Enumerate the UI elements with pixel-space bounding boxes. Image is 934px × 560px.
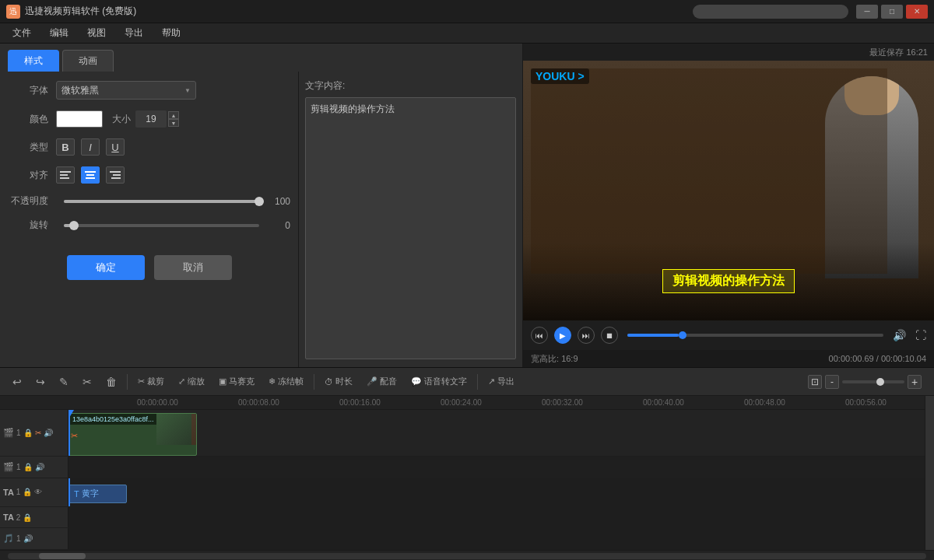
ruler-mark-3: 00:00:24.00 xyxy=(441,398,482,407)
play-button[interactable]: ▶ xyxy=(554,327,571,344)
size-up-arrow[interactable]: ▲ xyxy=(168,111,179,119)
freeze-icon: ❄ xyxy=(269,376,276,387)
tab-style[interactable]: 样式 xyxy=(8,50,59,72)
lock-icon-v1[interactable]: 🔒 xyxy=(23,429,33,437)
separator-2 xyxy=(314,374,314,390)
volume-icon[interactable]: 🔊 xyxy=(893,329,906,341)
track-content-text1[interactable]: T 黄字 xyxy=(68,478,925,506)
tab-animation[interactable]: 动画 xyxy=(62,50,114,72)
volume-icon-a1[interactable]: 🔊 xyxy=(23,534,33,543)
progress-bar[interactable] xyxy=(627,334,883,337)
color-picker[interactable] xyxy=(56,110,103,128)
menu-edit[interactable]: 编辑 xyxy=(40,23,78,43)
size-arrows: ▲ ▼ xyxy=(168,111,179,127)
rotate-slider[interactable] xyxy=(64,224,259,227)
delete-button[interactable]: 🗑 xyxy=(100,373,123,390)
opacity-row: 不透明度 100 xyxy=(8,194,290,208)
menu-file[interactable]: 文件 xyxy=(3,23,40,43)
vertical-scrollbar[interactable] xyxy=(925,396,934,550)
timeline-scrollbar[interactable] xyxy=(0,550,934,560)
search-bar[interactable] xyxy=(693,5,848,19)
progress-thumb[interactable] xyxy=(679,331,686,339)
rotate-thumb[interactable] xyxy=(69,221,79,230)
maximize-button[interactable]: □ xyxy=(881,5,903,19)
size-input[interactable] xyxy=(135,110,167,128)
video-preview: YOUKU > 剪辑视频的操作方法 xyxy=(523,61,934,320)
export-button[interactable]: ↗ 导出 xyxy=(482,373,521,390)
close-button[interactable]: ✕ xyxy=(906,5,928,19)
italic-button[interactable]: I xyxy=(81,138,100,156)
video-clip-1[interactable]: 13e8a4b0125e3a0ffac8f... ✂ xyxy=(68,413,197,456)
svg-rect-1 xyxy=(60,174,68,176)
svg-rect-3 xyxy=(85,171,96,173)
separator-1 xyxy=(127,374,128,390)
audio-track-1: 🎵 1 🔊 xyxy=(0,528,925,550)
scale-button[interactable]: ⤢ 缩放 xyxy=(172,373,211,390)
zoom-slider-thumb[interactable] xyxy=(876,378,884,386)
menu-view[interactable]: 视图 xyxy=(78,23,115,43)
duration-button[interactable]: ⏱ 时长 xyxy=(318,373,359,390)
svg-rect-0 xyxy=(60,171,71,173)
zoom-out-button[interactable]: - xyxy=(825,375,839,389)
minimize-button[interactable]: ─ xyxy=(856,5,878,19)
size-down-arrow[interactable]: ▼ xyxy=(168,119,179,127)
audio-track-icon: 🎵 xyxy=(3,534,14,544)
opacity-slider[interactable] xyxy=(64,200,259,203)
timeline-area: ↩ ↪ ✎ ✂ 🗑 ✂ 裁剪 ⤢ 缩放 ▣ 马赛克 ❄ 冻结帧 xyxy=(0,367,934,560)
expand-icon[interactable]: ⛶ xyxy=(915,329,926,341)
undo-button[interactable]: ↩ xyxy=(6,373,28,390)
horizontal-scrollbar-track[interactable] xyxy=(8,553,926,559)
video-track-1: 🎬 1 🔒 ✂ 🔊 13e8a4b0125e3a0ffac8f... xyxy=(0,410,925,457)
scissors-icon-v1[interactable]: ✂ xyxy=(35,429,41,437)
lock-icon-t1[interactable]: 🔒 xyxy=(23,488,32,496)
align-right-button[interactable] xyxy=(106,166,125,184)
stop-button[interactable]: ⏹ xyxy=(601,327,618,344)
cut-button[interactable]: ✂ xyxy=(76,373,98,390)
volume-icon-v2[interactable]: 🔊 xyxy=(35,463,44,471)
audio-button[interactable]: 🎤 配音 xyxy=(360,373,403,390)
text-content-input[interactable]: 剪辑视频的操作方法 xyxy=(305,97,516,359)
eye-icon-t1[interactable]: 👁 xyxy=(34,488,42,496)
underline-button[interactable]: U xyxy=(106,138,125,156)
rotate-label: 旋转 xyxy=(8,219,48,232)
fit-button[interactable]: ⊡ xyxy=(808,375,822,389)
crop-button[interactable]: ✂ 裁剪 xyxy=(132,373,170,390)
forward-button[interactable]: ⏭ xyxy=(578,327,595,344)
separator-3 xyxy=(477,374,478,390)
track-header-audio1: 🎵 1 🔊 xyxy=(0,528,68,549)
track-content-audio1[interactable] xyxy=(68,528,925,549)
freeze-button[interactable]: ❄ 冻结帧 xyxy=(262,373,310,390)
speech-button[interactable]: 💬 语音转文字 xyxy=(405,373,473,390)
zoom-in-button[interactable]: + xyxy=(908,375,922,389)
track-content-text2[interactable] xyxy=(68,507,925,528)
text-track-2: TA 2 🔒 xyxy=(0,507,925,529)
zoom-slider[interactable] xyxy=(842,380,904,383)
rewind-button[interactable]: ⏮ xyxy=(531,327,548,344)
align-center-button[interactable] xyxy=(81,166,100,184)
horizontal-scrollbar-thumb[interactable] xyxy=(39,553,86,559)
redo-button[interactable]: ↪ xyxy=(30,373,51,390)
ruler-mark-1: 00:00:08.00 xyxy=(238,398,279,407)
ruler-mark-6: 00:00:48.00 xyxy=(744,398,785,407)
track-content-video2[interactable] xyxy=(68,457,925,478)
track-content-video1[interactable]: 13e8a4b0125e3a0ffac8f... ✂ xyxy=(68,410,925,456)
player-info: 宽高比: 16:9 00:00:00.69 / 00:00:10.04 xyxy=(523,350,934,367)
text-clip-1[interactable]: T 黄字 xyxy=(68,485,127,503)
opacity-thumb[interactable] xyxy=(255,197,264,206)
speech-icon: 💬 xyxy=(411,376,422,387)
lock-icon-t2[interactable]: 🔒 xyxy=(23,513,32,522)
track-header-text1: TA 1 🔒 👁 xyxy=(0,478,68,506)
cancel-button[interactable]: 取消 xyxy=(154,255,232,280)
lock-icon-v2[interactable]: 🔒 xyxy=(23,463,33,471)
color-size-row: 颜色 大小 ▲ ▼ xyxy=(8,110,290,128)
mask-button[interactable]: ▣ 马赛克 xyxy=(212,373,261,390)
confirm-button[interactable]: 确定 xyxy=(67,255,145,280)
font-select[interactable]: 微软雅黑 ▼ xyxy=(56,81,196,100)
volume-icon-v1[interactable]: 🔊 xyxy=(44,429,53,437)
menu-help[interactable]: 帮助 xyxy=(153,23,190,43)
align-left-button[interactable] xyxy=(56,166,75,184)
edit-button[interactable]: ✎ xyxy=(53,373,75,390)
menu-export[interactable]: 导出 xyxy=(115,23,153,43)
bold-button[interactable]: B xyxy=(56,138,75,156)
text-content-label: 文字内容: xyxy=(305,79,516,93)
